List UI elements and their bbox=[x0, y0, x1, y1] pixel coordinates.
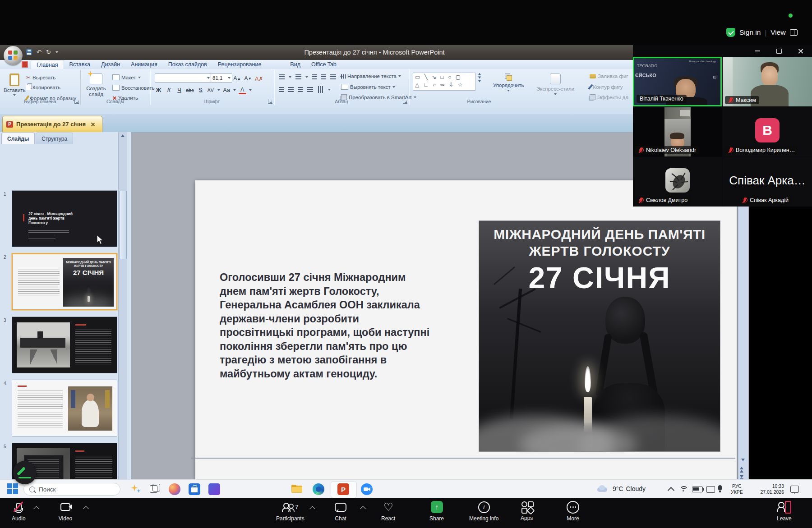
zoom-app-icon[interactable] bbox=[361, 483, 373, 495]
align-text-button[interactable]: Выровнять текст bbox=[341, 84, 395, 90]
audio-options-caret[interactable] bbox=[33, 506, 39, 512]
align-center-icon[interactable] bbox=[288, 87, 294, 92]
start-button[interactable] bbox=[7, 483, 19, 495]
bold-button[interactable]: Ж bbox=[155, 86, 162, 94]
shape-outline-button[interactable]: Контур фигу bbox=[590, 84, 623, 90]
panel-maximize-button[interactable] bbox=[771, 46, 787, 56]
change-case-button[interactable]: Аа bbox=[223, 86, 231, 94]
participant-tile-maksym[interactable]: Максим bbox=[723, 57, 812, 106]
font-name-combo[interactable] bbox=[155, 73, 212, 83]
font-color-dropdown-icon[interactable] bbox=[249, 89, 252, 91]
redo-icon[interactable]: ↻ bbox=[46, 49, 51, 55]
wifi-icon[interactable] bbox=[679, 486, 687, 492]
clear-format-button[interactable]: А✗ bbox=[255, 74, 263, 83]
weather-condition[interactable]: Cloudy bbox=[626, 485, 646, 492]
reset-button[interactable]: Восстановить bbox=[112, 85, 155, 91]
shapes-scroll[interactable] bbox=[478, 73, 481, 83]
participants-button[interactable]: 7 Participants bbox=[276, 501, 304, 522]
bullets-icon[interactable] bbox=[279, 74, 285, 79]
copilot-icon[interactable] bbox=[169, 483, 180, 495]
powerpoint-icon[interactable]: P bbox=[337, 483, 349, 495]
file-explorer-icon[interactable] bbox=[291, 483, 303, 495]
numbering-icon[interactable] bbox=[295, 74, 301, 79]
pane-scrollbar-thumb[interactable] bbox=[120, 191, 127, 259]
slide-thumbnail-4[interactable] bbox=[12, 380, 117, 436]
decrease-indent-icon[interactable] bbox=[312, 74, 317, 79]
increase-indent-icon[interactable] bbox=[321, 74, 326, 79]
taskbar-search[interactable]: Поиск bbox=[23, 483, 120, 496]
chat-caret[interactable] bbox=[360, 506, 366, 512]
case-dropdown-icon[interactable] bbox=[233, 89, 236, 91]
tab-office-tab[interactable]: Office Tab bbox=[306, 60, 342, 69]
dialog-launcher-icon[interactable] bbox=[268, 99, 272, 104]
office-app-icon[interactable] bbox=[208, 483, 220, 495]
leave-button[interactable]: Leave bbox=[777, 501, 792, 522]
view-button[interactable]: View bbox=[770, 28, 785, 37]
apps-button[interactable]: Apps bbox=[521, 501, 533, 521]
store-icon[interactable] bbox=[189, 483, 200, 495]
copilot-spark-icon[interactable] bbox=[129, 483, 141, 495]
char-spacing-button[interactable]: AV bbox=[207, 86, 215, 94]
spacing-dropdown-icon[interactable] bbox=[217, 89, 220, 91]
tab-vstavka[interactable]: Вставка bbox=[64, 60, 96, 69]
shape-effects-button[interactable]: Эффекты дл bbox=[590, 94, 628, 100]
view-grid-icon[interactable] bbox=[790, 29, 798, 36]
shadow-button[interactable]: S bbox=[197, 86, 204, 94]
tab-glavnaya[interactable]: Главная bbox=[31, 60, 64, 69]
copy-button[interactable]: Копировать bbox=[26, 85, 60, 90]
chat-button[interactable]: Chat bbox=[335, 501, 346, 522]
panel-minimize-button[interactable] bbox=[750, 46, 765, 56]
tray-mic-icon[interactable] bbox=[718, 485, 722, 491]
participants-caret[interactable] bbox=[309, 506, 315, 512]
panel-close-button[interactable] bbox=[793, 46, 808, 56]
office-button[interactable] bbox=[4, 46, 23, 65]
tab-recenzirovanie[interactable]: Рецензирование bbox=[212, 60, 267, 69]
new-slide-button[interactable]: Создать слайд bbox=[84, 73, 108, 97]
arrange-button[interactable]: Упорядочить bbox=[493, 73, 524, 92]
participant-tile-volodymyr[interactable]: В Володимир Кирилен… bbox=[723, 107, 812, 156]
edge-icon[interactable] bbox=[313, 483, 324, 495]
sign-in-button[interactable]: Sign in bbox=[739, 28, 761, 37]
scroll-up-icon[interactable] bbox=[121, 134, 125, 137]
align-right-icon[interactable] bbox=[298, 87, 303, 92]
slide-thumbnail-3[interactable] bbox=[12, 317, 117, 373]
audio-button[interactable]: Audio bbox=[12, 501, 26, 522]
font-color-button[interactable]: А bbox=[239, 86, 246, 94]
slide-canvas[interactable]: Оголосивши 27 січня Міжнародним днем пам… bbox=[195, 180, 737, 487]
pane-tab-outline[interactable]: Структура bbox=[36, 133, 73, 144]
justify-icon[interactable] bbox=[307, 87, 313, 92]
underline-button[interactable]: Ч bbox=[175, 86, 183, 94]
tab-animaciya[interactable]: Анимация bbox=[125, 60, 163, 69]
quick-styles-button[interactable]: Экспресс-стили bbox=[536, 73, 574, 95]
office-tab-addin-icon[interactable] bbox=[22, 61, 28, 68]
slide-thumbnail-2[interactable]: МІЖНАРОДНИЙ ДЕНЬ ПАМ'ЯТІЖЕРТВ ГОЛОКОСТУ … bbox=[12, 253, 117, 310]
tray-expand-icon[interactable] bbox=[668, 487, 675, 494]
cast-icon[interactable] bbox=[706, 486, 715, 493]
scroll-down-icon[interactable] bbox=[741, 459, 745, 461]
undo-icon[interactable]: ↶ bbox=[37, 49, 42, 55]
shrink-font-button[interactable]: А▼ bbox=[244, 74, 252, 83]
tab-vid[interactable]: Вид bbox=[285, 60, 306, 69]
notification-icon[interactable] bbox=[790, 486, 799, 493]
video-button[interactable]: Video bbox=[58, 501, 73, 522]
line-spacing-icon[interactable] bbox=[330, 74, 336, 79]
participant-tile-vitaliy[interactable]: TEGRATIO ЄЙСЬКО ції History and Archaeol… bbox=[633, 57, 722, 106]
participant-tile-nikolaiev[interactable]: Nikolaiev Oleksandr bbox=[633, 107, 722, 156]
close-document-icon[interactable] bbox=[91, 122, 95, 126]
pane-tab-slides[interactable]: Слайды bbox=[1, 133, 35, 144]
text-direction-button[interactable]: Направление текста bbox=[341, 73, 401, 79]
shape-fill-button[interactable]: Заливка фиг bbox=[590, 73, 628, 79]
battery-icon[interactable] bbox=[692, 487, 703, 492]
clock[interactable]: 10:3327.01.2026 bbox=[752, 483, 784, 495]
save-icon[interactable] bbox=[26, 49, 32, 55]
language-indicator[interactable]: РУСУКРЕ bbox=[731, 483, 743, 495]
font-size-combo[interactable]: 81,1 bbox=[211, 73, 232, 83]
previous-slide-button[interactable] bbox=[740, 467, 743, 473]
tab-pokaz-slaydov[interactable]: Показ слайдов bbox=[163, 60, 212, 69]
dialog-launcher-icon[interactable] bbox=[74, 99, 79, 104]
quick-access-dropdown-icon[interactable] bbox=[55, 51, 58, 53]
video-options-caret[interactable] bbox=[83, 506, 89, 512]
paste-button[interactable]: Вставить bbox=[4, 73, 26, 96]
align-left-icon[interactable] bbox=[279, 87, 284, 92]
participant-tile-smielov[interactable]: Смєлов Дмитро bbox=[633, 157, 722, 207]
